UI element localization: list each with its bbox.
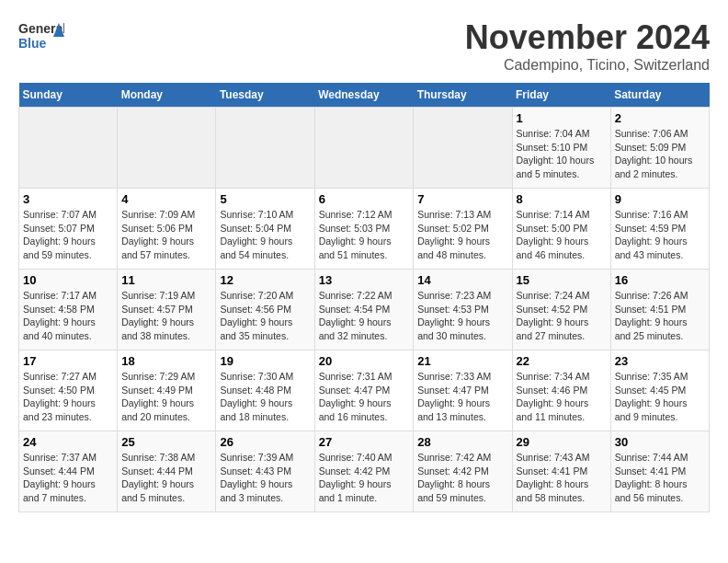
day-info: Sunrise: 7:09 AMSunset: 5:06 PMDaylight:… bbox=[121, 208, 211, 262]
day-info: Sunrise: 7:16 AMSunset: 4:59 PMDaylight:… bbox=[615, 208, 705, 262]
day-info: Sunrise: 7:31 AMSunset: 4:47 PMDaylight:… bbox=[319, 370, 410, 424]
day-number: 5 bbox=[220, 192, 310, 206]
calendar-cell bbox=[118, 108, 216, 189]
calendar-cell: 15Sunrise: 7:24 AMSunset: 4:52 PMDayligh… bbox=[512, 270, 610, 350]
day-info: Sunrise: 7:30 AMSunset: 4:48 PMDaylight:… bbox=[220, 370, 310, 424]
logo: General Blue bbox=[18, 18, 64, 60]
week-row-5: 24Sunrise: 7:37 AMSunset: 4:44 PMDayligh… bbox=[19, 431, 710, 512]
day-number: 14 bbox=[417, 273, 507, 287]
day-info: Sunrise: 7:44 AMSunset: 4:41 PMDaylight:… bbox=[615, 451, 705, 505]
calendar-cell: 14Sunrise: 7:23 AMSunset: 4:53 PMDayligh… bbox=[414, 270, 512, 350]
calendar-cell: 19Sunrise: 7:30 AMSunset: 4:48 PMDayligh… bbox=[216, 350, 314, 431]
calendar-cell: 10Sunrise: 7:17 AMSunset: 4:58 PMDayligh… bbox=[19, 270, 118, 350]
day-number: 20 bbox=[319, 354, 410, 368]
day-number: 9 bbox=[615, 192, 705, 206]
day-info: Sunrise: 7:13 AMSunset: 5:02 PMDaylight:… bbox=[417, 208, 507, 262]
calendar-cell: 27Sunrise: 7:40 AMSunset: 4:42 PMDayligh… bbox=[314, 431, 414, 512]
weekday-header-monday: Monday bbox=[118, 83, 216, 108]
calendar-cell bbox=[19, 108, 118, 189]
weekday-header-saturday: Saturday bbox=[610, 83, 709, 108]
calendar-cell: 21Sunrise: 7:33 AMSunset: 4:47 PMDayligh… bbox=[414, 350, 512, 431]
weekday-header-wednesday: Wednesday bbox=[314, 83, 414, 108]
logo-svg: General Blue bbox=[18, 18, 64, 60]
day-info: Sunrise: 7:42 AMSunset: 4:42 PMDaylight:… bbox=[417, 451, 507, 505]
day-info: Sunrise: 7:22 AMSunset: 4:54 PMDaylight:… bbox=[319, 289, 410, 343]
calendar-cell: 26Sunrise: 7:39 AMSunset: 4:43 PMDayligh… bbox=[216, 431, 314, 512]
month-title: November 2024 bbox=[465, 18, 710, 57]
calendar-cell: 2Sunrise: 7:06 AMSunset: 5:09 PMDaylight… bbox=[610, 108, 709, 189]
calendar-cell: 5Sunrise: 7:10 AMSunset: 5:04 PMDaylight… bbox=[216, 189, 314, 270]
calendar-cell: 8Sunrise: 7:14 AMSunset: 5:00 PMDaylight… bbox=[512, 189, 610, 270]
calendar-cell: 9Sunrise: 7:16 AMSunset: 4:59 PMDaylight… bbox=[610, 189, 709, 270]
calendar-cell bbox=[314, 108, 414, 189]
calendar-cell: 11Sunrise: 7:19 AMSunset: 4:57 PMDayligh… bbox=[118, 270, 216, 350]
day-info: Sunrise: 7:14 AMSunset: 5:00 PMDaylight:… bbox=[517, 208, 607, 262]
day-info: Sunrise: 7:37 AMSunset: 4:44 PMDaylight:… bbox=[23, 451, 113, 505]
day-info: Sunrise: 7:40 AMSunset: 4:42 PMDaylight:… bbox=[319, 451, 410, 505]
day-number: 8 bbox=[517, 192, 607, 206]
day-info: Sunrise: 7:27 AMSunset: 4:50 PMDaylight:… bbox=[23, 370, 113, 424]
day-number: 27 bbox=[319, 435, 410, 449]
calendar-cell: 3Sunrise: 7:07 AMSunset: 5:07 PMDaylight… bbox=[19, 189, 118, 270]
day-info: Sunrise: 7:07 AMSunset: 5:07 PMDaylight:… bbox=[23, 208, 113, 262]
day-info: Sunrise: 7:26 AMSunset: 4:51 PMDaylight:… bbox=[615, 289, 705, 343]
day-number: 18 bbox=[121, 354, 211, 368]
calendar-cell: 17Sunrise: 7:27 AMSunset: 4:50 PMDayligh… bbox=[19, 350, 118, 431]
calendar-cell: 12Sunrise: 7:20 AMSunset: 4:56 PMDayligh… bbox=[216, 270, 314, 350]
day-info: Sunrise: 7:04 AMSunset: 5:10 PMDaylight:… bbox=[517, 127, 607, 181]
day-info: Sunrise: 7:20 AMSunset: 4:56 PMDaylight:… bbox=[220, 289, 310, 343]
day-number: 26 bbox=[220, 435, 310, 449]
day-info: Sunrise: 7:29 AMSunset: 4:49 PMDaylight:… bbox=[121, 370, 211, 424]
day-info: Sunrise: 7:33 AMSunset: 4:47 PMDaylight:… bbox=[417, 370, 507, 424]
day-info: Sunrise: 7:17 AMSunset: 4:58 PMDaylight:… bbox=[23, 289, 113, 343]
day-number: 29 bbox=[517, 435, 607, 449]
calendar-cell bbox=[414, 108, 512, 189]
day-number: 7 bbox=[417, 192, 507, 206]
day-info: Sunrise: 7:06 AMSunset: 5:09 PMDaylight:… bbox=[615, 127, 705, 181]
calendar-cell: 23Sunrise: 7:35 AMSunset: 4:45 PMDayligh… bbox=[610, 350, 709, 431]
day-number: 10 bbox=[23, 273, 113, 287]
day-info: Sunrise: 7:35 AMSunset: 4:45 PMDaylight:… bbox=[615, 370, 705, 424]
calendar-cell bbox=[216, 108, 314, 189]
day-number: 25 bbox=[121, 435, 211, 449]
day-number: 1 bbox=[517, 111, 607, 125]
svg-text:Blue: Blue bbox=[18, 36, 47, 51]
week-row-3: 10Sunrise: 7:17 AMSunset: 4:58 PMDayligh… bbox=[19, 270, 710, 350]
weekday-header-friday: Friday bbox=[512, 83, 610, 108]
weekday-header-tuesday: Tuesday bbox=[216, 83, 314, 108]
day-info: Sunrise: 7:10 AMSunset: 5:04 PMDaylight:… bbox=[220, 208, 310, 262]
calendar-cell: 20Sunrise: 7:31 AMSunset: 4:47 PMDayligh… bbox=[314, 350, 414, 431]
day-info: Sunrise: 7:43 AMSunset: 4:41 PMDaylight:… bbox=[517, 451, 607, 505]
calendar-table: SundayMondayTuesdayWednesdayThursdayFrid… bbox=[18, 83, 710, 512]
day-number: 22 bbox=[517, 354, 607, 368]
calendar-cell: 30Sunrise: 7:44 AMSunset: 4:41 PMDayligh… bbox=[610, 431, 709, 512]
day-number: 13 bbox=[319, 273, 410, 287]
day-info: Sunrise: 7:19 AMSunset: 4:57 PMDaylight:… bbox=[121, 289, 211, 343]
day-number: 21 bbox=[417, 354, 507, 368]
day-number: 3 bbox=[23, 192, 113, 206]
calendar-cell: 29Sunrise: 7:43 AMSunset: 4:41 PMDayligh… bbox=[512, 431, 610, 512]
day-number: 23 bbox=[615, 354, 705, 368]
day-number: 6 bbox=[319, 192, 410, 206]
calendar-cell: 16Sunrise: 7:26 AMSunset: 4:51 PMDayligh… bbox=[610, 270, 709, 350]
calendar-cell: 28Sunrise: 7:42 AMSunset: 4:42 PMDayligh… bbox=[414, 431, 512, 512]
day-number: 28 bbox=[417, 435, 507, 449]
calendar-cell: 18Sunrise: 7:29 AMSunset: 4:49 PMDayligh… bbox=[118, 350, 216, 431]
day-number: 19 bbox=[220, 354, 310, 368]
calendar-cell: 6Sunrise: 7:12 AMSunset: 5:03 PMDaylight… bbox=[314, 189, 414, 270]
page-header: General Blue November 2024 Cadempino, Ti… bbox=[18, 18, 710, 74]
day-info: Sunrise: 7:34 AMSunset: 4:46 PMDaylight:… bbox=[517, 370, 607, 424]
day-number: 24 bbox=[23, 435, 113, 449]
day-info: Sunrise: 7:39 AMSunset: 4:43 PMDaylight:… bbox=[220, 451, 310, 505]
day-number: 2 bbox=[615, 111, 705, 125]
week-row-2: 3Sunrise: 7:07 AMSunset: 5:07 PMDaylight… bbox=[19, 189, 710, 270]
day-number: 16 bbox=[615, 273, 705, 287]
day-number: 4 bbox=[121, 192, 211, 206]
calendar-cell: 1Sunrise: 7:04 AMSunset: 5:10 PMDaylight… bbox=[512, 108, 610, 189]
location-title: Cadempino, Ticino, Switzerland bbox=[465, 57, 710, 74]
week-row-4: 17Sunrise: 7:27 AMSunset: 4:50 PMDayligh… bbox=[19, 350, 710, 431]
day-info: Sunrise: 7:24 AMSunset: 4:52 PMDaylight:… bbox=[517, 289, 607, 343]
day-number: 15 bbox=[517, 273, 607, 287]
weekday-header-sunday: Sunday bbox=[19, 83, 118, 108]
week-row-1: 1Sunrise: 7:04 AMSunset: 5:10 PMDaylight… bbox=[19, 108, 710, 189]
